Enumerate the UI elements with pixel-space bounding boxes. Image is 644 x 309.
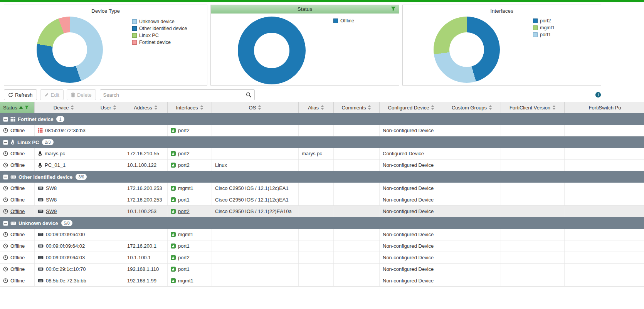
legend-label: Other identified device [139, 26, 187, 31]
clock-icon [3, 186, 8, 191]
cell-interfaces: port2 [168, 206, 212, 217]
legend-label: port1 [540, 32, 551, 37]
status-label: Offline [10, 255, 25, 260]
column-header-alias[interactable]: Alias [299, 102, 334, 113]
device-row-sw8-mgmt1[interactable]: OfflineSW8172.16.200.253mgmt1Cisco C2950… [0, 183, 644, 194]
column-header-configured-device[interactable]: Configured Device [380, 102, 443, 113]
cell-device: SW8 [35, 183, 93, 194]
clock-icon [3, 128, 8, 133]
status-label: Offline [10, 208, 25, 214]
interfaces-donut-chart[interactable] [434, 17, 500, 83]
device-row-marys-pc-port2[interactable]: Offlinemarys pc172.16.210.55port2marys p… [0, 148, 644, 160]
cell-comments [334, 229, 380, 240]
configured-device-label: Non-configured Device [383, 266, 434, 272]
linux-device-icon [38, 151, 42, 156]
delete-button[interactable]: Delete [67, 89, 96, 100]
column-header-forticlient-version[interactable]: FortiClient Version [501, 102, 565, 113]
column-header-interfaces[interactable]: Interfaces [168, 102, 212, 113]
cell-address: 172.16.200.1 [124, 240, 168, 252]
collapse-icon[interactable] [3, 117, 8, 122]
clock-icon [3, 255, 8, 260]
cell-interfaces: port1 [168, 240, 212, 252]
collapse-icon[interactable] [3, 140, 8, 145]
device-row-00-09-0f-09-64-03-port2[interactable]: Offline00:09:0f:09:64:0310.1.100.1port2N… [0, 252, 644, 264]
device-row-00-0c-29-1c-10-70-port1[interactable]: Offline00:0c:29:1c:10:70192.168.1.110por… [0, 264, 644, 275]
cell-os [212, 264, 299, 275]
device-row-sw9-port2[interactable]: OfflineSW910.1.100.253port2Cisco C2950 I… [0, 206, 644, 217]
cell-forticlient-version [501, 275, 565, 286]
search-button[interactable] [243, 89, 255, 100]
info-icon[interactable] [595, 92, 601, 98]
legend-swatch [533, 18, 538, 23]
address-label: 172.16.200.253 [127, 185, 162, 191]
device-row-00-09-0f-09-64-02-port1[interactable]: Offline00:09:0f:09:64:02172.16.200.1port… [0, 240, 644, 252]
column-header-device[interactable]: Device [35, 102, 93, 113]
cell-alias [299, 275, 334, 286]
cell-comments [334, 160, 380, 171]
cell-device: 00:09:0f:09:64:03 [35, 252, 93, 263]
group-row-unknown-device[interactable]: Unknown device5/8 [0, 217, 644, 229]
device-row-00-09-0f-09-64-00-mgmt1[interactable]: Offline00:09:0f:09:64:00mgmt1Non-configu… [0, 229, 644, 240]
cell-custom-groups [443, 240, 501, 252]
device-row-08-5b-0e-72-3b-b3-port2[interactable]: Offline08:5b:0e:72:3b:b3port2Non-configu… [0, 125, 644, 136]
status-label: Offline [10, 197, 25, 203]
status-donut-chart[interactable] [238, 17, 306, 84]
clock-icon [3, 209, 8, 214]
column-header-custom-groups[interactable]: Custom Groups [443, 102, 501, 113]
cell-status: Offline [0, 125, 35, 136]
filter-icon[interactable] [25, 106, 29, 109]
device-label: SW8 [46, 197, 57, 203]
column-header-fortiswitch-po[interactable]: FortiSwitch Po [565, 102, 644, 113]
cell-address: 192.168.1.110 [124, 264, 168, 275]
column-header-status[interactable]: Status [0, 102, 35, 113]
device-row-pc-01-1-port2[interactable]: OfflinePC_01_110.1.100.122port2LinuxNon-… [0, 160, 644, 171]
legend-item-port1: port1 [533, 32, 555, 37]
collapse-icon[interactable] [3, 175, 8, 180]
refresh-button[interactable]: Refresh [4, 89, 37, 100]
interface-label: port1 [178, 266, 190, 272]
configured-device-label: Configured Device [383, 151, 424, 156]
chart-panel-interfaces: Interfaces port2mgmt1port1 [402, 5, 601, 86]
column-header-user[interactable]: User [93, 102, 124, 113]
column-header-address[interactable]: Address [124, 102, 168, 113]
device-row-sw8-port1[interactable]: OfflineSW8172.16.200.253port1Cisco C2950… [0, 194, 644, 206]
address-label: 10.1.100.122 [127, 162, 156, 168]
clock-icon [3, 267, 8, 272]
filter-icon[interactable] [391, 7, 396, 11]
collapse-icon[interactable] [3, 221, 8, 226]
cell-address: 10.1.100.122 [124, 160, 168, 171]
configured-device-label: Non-configured Device [383, 128, 434, 133]
cell-configured-device: Non-configured Device [380, 240, 443, 252]
device-type-donut-chart[interactable] [37, 17, 103, 83]
column-header-comments[interactable]: Comments [334, 102, 380, 113]
device-row-08-5b-0e-72-3b-bb-mgmt1[interactable]: Offline08:5b:0e:72:3b:bb192.168.1.99mgmt… [0, 275, 644, 287]
edit-button[interactable]: Edit [40, 89, 64, 100]
cell-device: SW8 [35, 194, 93, 205]
search-input[interactable] [100, 89, 243, 100]
group-row-fortinet-device[interactable]: Fortinet device1 [0, 113, 644, 125]
cell-configured-device: Non-configured Device [380, 229, 443, 240]
cell-user [93, 240, 124, 252]
os-label: Cisco C2950 IOS / 12.1(22)EA10a [215, 208, 292, 214]
status-chart-title: Status [298, 6, 312, 12]
column-label: FortiSwitch Po [589, 105, 621, 111]
switch-device-icon [38, 186, 44, 190]
status-label: Offline [10, 128, 25, 133]
interface-label: port1 [178, 243, 190, 249]
configured-device-label: Non-configured Device [383, 197, 434, 203]
group-count-badge: 5/8 [61, 220, 72, 226]
charts-row: Device Type Unknown deviceOther identifi… [0, 2, 644, 88]
alias-label: marys pc [302, 151, 322, 156]
cell-device: 08:5b:0e:72:3b:bb [35, 275, 93, 286]
interface-icon [171, 255, 176, 260]
address-label: 10.1.100.1 [127, 255, 151, 260]
cell-fortiswitch-port [565, 264, 644, 275]
column-header-os[interactable]: OS [212, 102, 299, 113]
cell-alias [299, 240, 334, 252]
cell-fortiswitch-port [565, 206, 644, 217]
cell-device: 00:09:0f:09:64:00 [35, 229, 93, 240]
fortinet-icon [10, 117, 15, 122]
interface-icon [171, 209, 176, 214]
group-row-other-identified-device[interactable]: Other identified device3/6 [0, 171, 644, 183]
group-row-linux-pc[interactable]: Linux PC2/3 [0, 136, 644, 148]
